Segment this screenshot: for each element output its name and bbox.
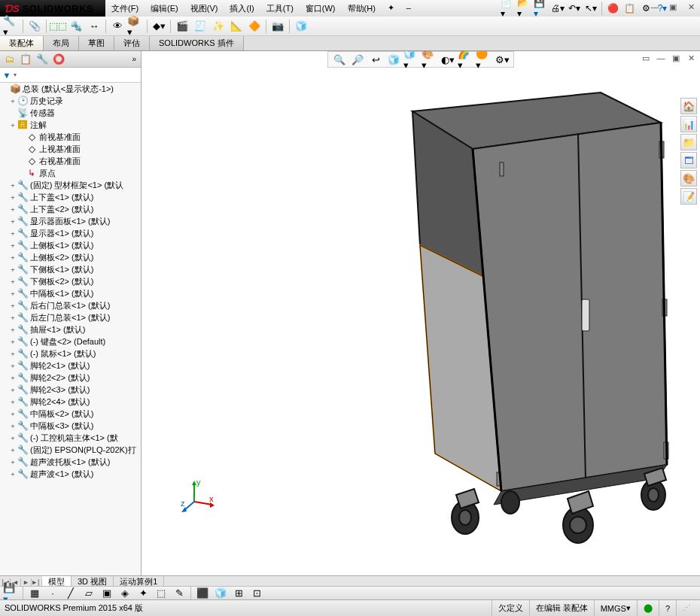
doc-max-button[interactable]: ▣: [670, 53, 682, 63]
zoom-area-icon[interactable]: 🔎: [349, 52, 366, 67]
expand-icon[interactable]: +: [9, 97, 17, 105]
close-button[interactable]: ✕: [685, 2, 697, 12]
resources-icon[interactable]: 🏠: [680, 98, 697, 114]
doc-close-button[interactable]: ✕: [685, 53, 697, 63]
sel-axis-icon[interactable]: ✦: [135, 586, 151, 601]
expand-icon[interactable]: +: [9, 266, 17, 273]
menu-5[interactable]: 窗口(W): [300, 3, 342, 14]
view-orient-icon[interactable]: 🧊▾: [403, 52, 420, 67]
graphics-viewport[interactable]: 🔍 🔎 ↩ 🧊 🧊▾ 🎨▾ ◐▾ 🌈▾ 🟠▾ ⚙▾ ▭ — ▣ ✕: [142, 51, 700, 575]
mate-icon[interactable]: 📎: [26, 19, 43, 34]
select-icon[interactable]: ↖▾: [583, 2, 598, 15]
custom-props-icon[interactable]: 📝: [680, 188, 697, 205]
property-tab-icon[interactable]: 📋: [18, 53, 33, 66]
expand-icon[interactable]: +: [9, 229, 17, 237]
panel-collapse-icon[interactable]: »: [132, 55, 139, 63]
expand-icon[interactable]: +: [9, 446, 17, 454]
status-resize-grip[interactable]: ⋰: [676, 600, 695, 616]
tree-item-13[interactable]: +🔧上侧板<1> (默认): [0, 239, 141, 251]
cmd-tab-1[interactable]: 布局: [44, 36, 79, 50]
sel-sketch-icon[interactable]: ✎: [171, 586, 187, 601]
tree-item-2[interactable]: 📡传感器: [0, 107, 141, 119]
cmd-tab-2[interactable]: 草图: [79, 36, 114, 50]
print-icon[interactable]: 🖨▾: [550, 2, 565, 15]
sel-face-icon[interactable]: ▱: [81, 586, 97, 601]
instant3d-icon[interactable]: 🔶: [246, 19, 263, 34]
tree-item-30[interactable]: +🔧(固定) EPSON(PLQ-202K)打: [0, 444, 141, 456]
show-hidden-icon[interactable]: 👁: [109, 19, 126, 34]
minimize-button[interactable]: —: [649, 2, 661, 12]
tree-item-24[interactable]: +🔧脚轮2<2> (默认): [0, 372, 141, 384]
expand-icon[interactable]: +: [9, 121, 17, 129]
rebuild-icon[interactable]: 🔴: [605, 2, 620, 15]
tree-item-23[interactable]: +🔧脚轮2<1> (默认): [0, 360, 141, 372]
doc-restore-button[interactable]: —: [655, 53, 667, 63]
menu-star-icon[interactable]: ✦: [382, 3, 400, 13]
sel-plane-icon[interactable]: ⬚: [153, 586, 169, 601]
display-style-icon[interactable]: 🎨▾: [422, 52, 438, 67]
section-view-icon[interactable]: 🧊: [385, 52, 402, 67]
status-help-icon[interactable]: ⬤: [637, 600, 659, 616]
tree-item-22[interactable]: +🔧(-) 鼠标<1> (默认): [0, 347, 141, 360]
tree-item-17[interactable]: +🔧中隔板<1> (默认): [0, 287, 141, 299]
view-shade-icon[interactable]: ⬛: [194, 586, 211, 601]
tree-item-1[interactable]: +🕑历史记录: [0, 95, 141, 107]
feature-filter-bar[interactable]: ▼ ▾: [0, 68, 141, 83]
expand-icon[interactable]: +: [9, 193, 17, 201]
sel-solid-icon[interactable]: ▣: [99, 586, 115, 601]
expand-icon[interactable]: +: [9, 386, 17, 393]
tree-item-7[interactable]: ↳原点: [0, 167, 141, 179]
expand-icon[interactable]: +: [9, 290, 17, 297]
tree-item-9[interactable]: +🔧上下盖<1> (默认): [0, 191, 141, 203]
smart-fastener-icon[interactable]: 🔩: [68, 19, 84, 34]
expand-icon[interactable]: +: [9, 410, 17, 417]
tree-item-15[interactable]: +🔧下侧板<1> (默认): [0, 263, 141, 275]
cmd-tab-3[interactable]: 评估: [114, 36, 150, 50]
expand-icon[interactable]: +: [9, 422, 17, 429]
tree-item-29[interactable]: +🔧(-) 工控机箱主体<1> (默: [0, 432, 141, 444]
sel-filter-icon[interactable]: ▦: [26, 586, 43, 601]
options-icon[interactable]: 📋: [622, 2, 637, 15]
expand-icon[interactable]: +: [9, 350, 17, 357]
config-tab-icon[interactable]: 🔧: [35, 53, 50, 66]
tree-item-11[interactable]: +🔧显示器面板<1> (默认): [0, 215, 141, 227]
status-question-icon[interactable]: ?: [659, 600, 676, 616]
undo-icon[interactable]: ↶▾: [567, 2, 582, 15]
expand-icon[interactable]: +: [9, 374, 17, 381]
exploded-icon[interactable]: ✨: [210, 19, 227, 34]
expand-icon[interactable]: +: [9, 458, 17, 466]
view-grid-icon[interactable]: ⊞: [230, 586, 247, 601]
tree-item-20[interactable]: +🔧抽屉<1> (默认): [0, 323, 141, 335]
feature-tree-tab-icon[interactable]: 🗂: [2, 53, 17, 66]
tree-item-6[interactable]: ◇右视基准面: [0, 155, 141, 167]
tree-item-5[interactable]: ◇上视基准面: [0, 143, 141, 155]
tree-item-26[interactable]: +🔧脚轮2<4> (默认): [0, 396, 141, 408]
display-tab-icon[interactable]: ⭕: [51, 53, 66, 66]
cmd-tab-4[interactable]: SOLIDWORKS 插件: [150, 36, 244, 50]
tree-item-8[interactable]: +🔧(固定) 型材框架<1> (默认: [0, 179, 141, 191]
tree-item-31[interactable]: +🔧超声波托板<1> (默认): [0, 456, 141, 468]
appearances-icon[interactable]: 🎨: [680, 170, 697, 187]
tree-item-12[interactable]: +🔧显示器<1> (默认): [0, 227, 141, 239]
ref-geom-icon[interactable]: ◆▾: [151, 19, 167, 34]
view-triad[interactable]: y x z: [179, 479, 215, 515]
insert-component-icon[interactable]: 🔧▾: [3, 19, 20, 34]
tree-item-0[interactable]: 📦总装 (默认<显示状态-1>): [0, 83, 141, 95]
tree-item-10[interactable]: +🔧上下盖<2> (默认): [0, 203, 141, 215]
expand-icon[interactable]: +: [9, 314, 17, 321]
tree-item-16[interactable]: +🔧下侧板<2> (默认): [0, 275, 141, 287]
expand-icon[interactable]: +: [9, 338, 17, 345]
move-icon[interactable]: ↔: [86, 19, 102, 34]
snapshot-icon[interactable]: 📷: [269, 19, 286, 34]
menu-2[interactable]: 视图(V): [184, 3, 224, 14]
tree-item-4[interactable]: ◇前视基准面: [0, 131, 141, 143]
menu-1[interactable]: 编辑(E): [145, 3, 184, 14]
speedpak-icon[interactable]: 🧊: [293, 19, 309, 34]
tree-item-14[interactable]: +🔧上侧板<2> (默认): [0, 251, 141, 263]
save-icon-bottom[interactable]: 💾▾: [3, 586, 20, 601]
tree-item-18[interactable]: +🔧后右门总装<1> (默认): [0, 299, 141, 311]
explode-line-icon[interactable]: 📐: [228, 19, 245, 34]
open-icon[interactable]: 📂▾: [517, 2, 532, 15]
doc-min-button[interactable]: ▭: [640, 53, 652, 63]
expand-icon[interactable]: +: [9, 217, 17, 225]
